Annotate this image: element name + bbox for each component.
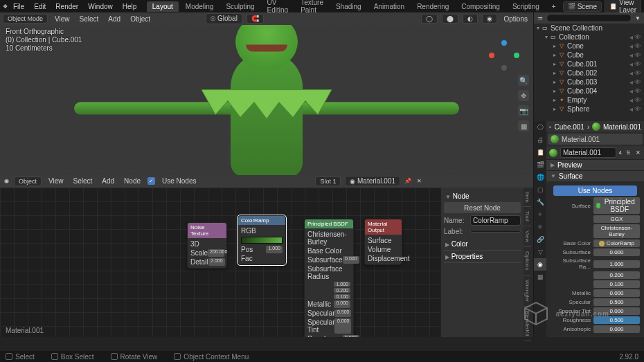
mode-dropdown[interactable]: Object Mode [3,14,48,24]
node-menu-node[interactable]: Node [121,177,143,185]
use-nodes-checkbox[interactable]: ✓ [147,177,155,185]
3d-viewport[interactable]: Object Mode View Select Add Object ⦾ Glo… [0,12,533,175]
props-tab-object-icon[interactable]: ▢ [534,183,546,196]
outliner-icon[interactable]: ≔ [537,15,544,21]
outliner-item[interactable]: ▸▽Sphere◂👁 [534,105,644,114]
sidebar-tab-item[interactable]: Item [524,188,531,208]
props-field[interactable]: ColorRamp [593,239,640,247]
props-number-field[interactable]: 1.000 [593,260,640,268]
props-tab-material-icon[interactable]: ◉ [534,258,546,271]
outliner-scene-collection[interactable]: ▾▭Scene Collection [534,24,644,33]
props-tab-particles-icon[interactable]: ✧ [534,208,546,221]
props-tab-viewlayer-icon[interactable]: 📋 [534,146,546,159]
workspace-tab[interactable]: Modeling [180,1,220,12]
vp-menu-object[interactable]: Object [127,15,153,24]
panel-preview[interactable]: ▶Preview [546,159,644,170]
props-tab-render-icon[interactable]: 🖵 [534,121,546,134]
menu-edit[interactable]: Edit [30,1,50,12]
props-tab-constraints-icon[interactable]: 🔗 [534,233,546,246]
outliner-item[interactable]: ▸▽Cube.003◂👁 [534,78,644,87]
workspace-tab[interactable]: Animation [368,1,410,12]
sidebar-tab-tool[interactable]: Tool [524,207,531,226]
sidebar-tab-wrangler[interactable]: Wrangler [524,275,531,307]
slot-dropdown[interactable]: Slot 1 [315,177,341,186]
node-colorramp[interactable]: ColorRamp RGB Pos1.000 Fac [238,215,286,265]
outliner-item[interactable]: ▸▽Cone◂👁 [534,42,644,51]
outliner-item[interactable]: ▸▽Cube.002◂👁 [534,69,644,78]
move-icon[interactable]: ✥ [518,90,529,101]
menu-help[interactable]: Help [118,1,141,12]
props-number-field[interactable]: 0.200 [593,271,640,279]
props-tab-world-icon[interactable]: 🌐 [534,171,546,183]
workspace-add[interactable]: + [546,1,562,12]
vp-menu-select[interactable]: Select [77,15,102,24]
props-tab-texture-icon[interactable]: ▦ [534,271,546,283]
outliner-collection[interactable]: ▾▭Collection◂👁 [534,33,644,42]
props-field[interactable]: 0.000 [593,307,640,315]
material-name-input[interactable]: Material.001 [560,147,616,158]
persp-icon[interactable]: ▦ [518,120,529,132]
outliner-item[interactable]: ▸✦Empty◂👁 [534,96,644,105]
zoom-icon[interactable]: 🔍 [518,75,529,86]
ggx-dropdown[interactable]: GGX [593,215,640,223]
workspace-tab[interactable]: Sculpting [220,1,260,12]
workspace-tab[interactable]: Layout [147,1,179,12]
menu-file[interactable]: File [9,1,28,12]
node-principled-bsdf[interactable]: Principled BSDF Christensen-BurleyBase C… [304,219,354,338]
sidebar-tab-blenderkit[interactable]: BlenderKit [524,307,531,341]
close-icon[interactable]: ✕ [415,178,422,185]
node-type-dropdown[interactable]: Object [14,177,42,186]
unlink-icon[interactable]: ✕ [634,150,641,156]
hide-icon[interactable]: 👁 [634,33,641,41]
node-menu-select[interactable]: Select [71,177,96,185]
workspace-tab[interactable]: Compositing [456,1,506,12]
scene-selector[interactable]: 🎬 Scene [563,1,602,12]
panel-surface[interactable]: ▼Surface [546,170,644,181]
props-field[interactable]: 0.500 [593,298,640,306]
shading-wireframe-icon[interactable]: ◯ [421,14,438,24]
menu-window[interactable]: Window [84,1,117,12]
props-field[interactable]: 0.000 [593,248,640,256]
props-tab-data-icon[interactable]: ▽ [534,246,546,258]
node-label-input[interactable] [470,230,521,233]
shading-matprev-icon[interactable]: ◐ [463,14,478,24]
workspace-tab[interactable]: Scripting [507,1,545,12]
props-tab-output-icon[interactable]: 🖨 [534,134,546,146]
outliner-item[interactable]: ▸▽Cube◂👁 [534,51,644,60]
options-dropdown[interactable]: Options [501,15,530,24]
sidebar-tab-view[interactable]: View [524,226,531,247]
props-tab-physics-icon[interactable]: ⚛ [534,221,546,233]
node-noise-texture[interactable]: Noise Texture 3D Scale200.000 Detail2.00… [187,222,227,269]
workspace-tab[interactable]: Rendering [411,1,454,12]
outliner-item[interactable]: ▸▽Cube.001◂👁 [534,60,644,69]
reset-node-button[interactable]: Reset Node [444,203,521,213]
node-name-input[interactable]: ColorRamp [470,215,521,226]
node-menu-view[interactable]: View [46,177,66,185]
snap-dropdown[interactable]: 🧲 [247,14,264,24]
node-material-output[interactable]: Material Output Surface Volume Displacem… [364,219,402,265]
props-tab-scene-icon[interactable]: 🎬 [534,159,546,171]
material-slot[interactable]: Material.001 [548,134,643,145]
sidebar-tab-options[interactable]: Options [524,247,531,275]
subsurface-method-dropdown[interactable]: Christensen-Burley [593,224,640,238]
workspace-tab[interactable]: Shading [330,1,367,12]
outliner-item[interactable]: ▸▽Cube.004◂👁 [534,87,644,96]
camera-icon[interactable]: 📷 [518,105,529,116]
props-tab-modifier-icon[interactable]: 🔧 [534,196,546,208]
props-field[interactable]: 0.000 [593,325,640,333]
shading-rendered-icon[interactable]: ◉ [482,14,497,24]
shading-solid-icon[interactable]: ⬤ [442,14,458,24]
restrict-select-icon[interactable]: ◂ [629,33,633,41]
pin-icon[interactable]: 📌 [404,178,411,185]
props-field[interactable]: 0.000 [593,289,640,297]
props-number-field[interactable]: 0.100 [593,280,640,288]
filter-icon[interactable]: ▼ [634,15,641,21]
orientation-dropdown[interactable]: ⦾ Global [206,13,242,24]
material-selector[interactable]: ◉ Material.001 [345,176,400,186]
menu-render[interactable]: Render [51,1,82,12]
props-field[interactable]: 0.500 [593,316,640,324]
new-material-icon[interactable]: ⎘ [625,150,632,156]
nav-gizmo[interactable] [489,40,519,71]
colorramp-gradient[interactable] [241,237,283,244]
node-menu-add[interactable]: Add [99,177,117,185]
